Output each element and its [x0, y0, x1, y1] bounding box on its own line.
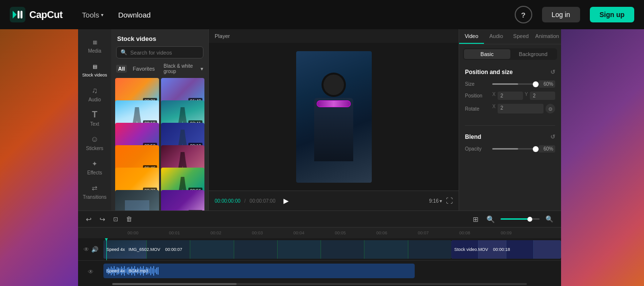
pos-y-label: Y [525, 92, 528, 100]
filter-dropdown-icon[interactable]: ▾ [201, 66, 203, 72]
fullscreen-button[interactable]: ⛶ [446, 197, 453, 205]
ruler-marks: 00:00 00:01 00:02 00:03 00:04 00:05 00:0… [78, 230, 527, 235]
zoom-slider[interactable] [501, 218, 540, 220]
position-xy: X 2 Y 2 [492, 92, 555, 100]
ruler-mark-2: 00:02 [195, 230, 237, 235]
stock-panel-title: Stock videos [111, 29, 208, 46]
split-button[interactable]: ⊡ [111, 215, 120, 224]
video-frame [296, 51, 372, 183]
svg-rect-2 [20, 11, 22, 19]
audio-clip[interactable]: Speed 4x BGM.mp3 [103, 264, 415, 278]
reset-blend-button[interactable]: ↺ [550, 133, 555, 140]
tab-audio[interactable]: Audio [484, 29, 509, 44]
video-thumb-11[interactable] [115, 190, 159, 210]
sidebar-item-label: Transitions [83, 194, 107, 200]
audio-track-eye-button[interactable]: 👁 [88, 268, 94, 275]
size-slider[interactable] [492, 83, 536, 85]
main-area: ▦ Media ▤ Stock videos ♫ Audio T Text ☺ [0, 29, 644, 286]
stock-video-clip[interactable]: Stock video.MOV 00:00:18 [451, 240, 561, 259]
audio-track-controls: 👁 [78, 268, 103, 275]
search-box[interactable]: 🔍 [116, 46, 203, 58]
opacity-label: Opacity [465, 146, 489, 152]
rotate-link-button[interactable]: ⊙ [545, 104, 555, 114]
undo-button[interactable]: ↩ [84, 214, 94, 224]
play-button[interactable]: ▶ [279, 194, 293, 208]
delete-button[interactable]: 🗑 [124, 214, 134, 224]
aspect-ratio-value: 9:16 [429, 198, 439, 204]
sidebar-item-media[interactable]: ▦ Media [80, 33, 109, 57]
opacity-value: 60% [539, 145, 555, 153]
props-tabs: Video Audio Speed Animation [459, 29, 561, 44]
stickers-icon: ☺ [90, 134, 100, 144]
redo-button[interactable]: ↪ [98, 214, 107, 224]
filter-all[interactable]: All [116, 65, 127, 73]
audio-waveform [106, 265, 412, 277]
nav-download-link[interactable]: Download [118, 11, 151, 19]
sidebar-item-stickers[interactable]: ☺ Stickers [80, 131, 109, 155]
gradient-bg-left [0, 29, 78, 286]
search-input[interactable] [130, 50, 199, 56]
video-clip-main[interactable]: Speed 4x IMG_6502.MOV 00:00:07 [103, 240, 451, 259]
properties-panel: Video Audio Speed Animation Basic Backgr… [459, 29, 561, 210]
timeline-ruler: 00:00 00:01 00:02 00:03 00:04 00:05 00:0… [78, 228, 561, 238]
timeline-tracks: 👁 🔊 [78, 238, 561, 282]
rotate-xy: X 2 ⊙ [492, 104, 555, 114]
sidebar: ▦ Media ▤ Stock videos ♫ Audio T Text ☺ [78, 29, 111, 210]
ruler-mark-7: 00:07 [402, 230, 444, 235]
sidebar-item-stock-videos[interactable]: ▤ Stock videos [80, 57, 109, 82]
search-icon: 🔍 [121, 49, 127, 56]
player-area: Player [209, 29, 459, 210]
sub-tab-background[interactable]: Background [510, 49, 557, 59]
ruler-mark-3: 00:03 [237, 230, 278, 235]
sidebar-item-audio[interactable]: ♫ Audio [80, 82, 109, 106]
sidebar-item-effects[interactable]: ✦ Effects [80, 155, 109, 179]
pos-x-value[interactable]: 2 [498, 92, 523, 100]
zoom-in-button[interactable]: 🔍 [543, 214, 555, 224]
logo-icon [10, 7, 25, 22]
reset-position-button[interactable]: ↺ [550, 69, 555, 76]
rotate-row: Rotate X 2 ⊙ [465, 104, 555, 114]
timeline-hscroll[interactable] [78, 282, 561, 286]
audio-clip-label: Speed 4x BGM.mp3 [103, 267, 151, 274]
video-track-audio-button[interactable]: 🔊 [91, 246, 99, 253]
pos-y-value[interactable]: 2 [530, 92, 555, 100]
filter-black-white[interactable]: Black & white group [161, 62, 198, 75]
video-thumb-12[interactable]: 00:52 [161, 190, 205, 210]
nav-tools-menu[interactable]: Tools ▾ [82, 11, 103, 19]
help-button[interactable]: ? [515, 6, 532, 23]
pos-x-label: X [492, 92, 496, 100]
opacity-slider[interactable] [492, 148, 536, 150]
tab-animation[interactable]: Animation [533, 29, 561, 44]
audio-track-content: Speed 4x BGM.mp3 [103, 261, 561, 282]
sidebar-item-label: Stickers [86, 146, 103, 151]
logo[interactable]: CapCut [10, 7, 62, 22]
sidebar-item-text[interactable]: T Text [80, 106, 109, 131]
tab-video[interactable]: Video [459, 29, 484, 44]
gradient-bg-right [561, 29, 644, 286]
filter-favorites[interactable]: Favorites [130, 65, 158, 73]
media-icon: ▦ [90, 37, 100, 47]
tools-chevron-icon: ▾ [101, 12, 103, 18]
sidebar-item-transitions[interactable]: ⇄ Transitions [80, 179, 109, 204]
zoom-out-button[interactable]: 🔍 [484, 214, 497, 224]
filter-row: All Favorites Black & white group ▾ [111, 62, 208, 78]
video-track-eye-button[interactable]: 👁 [83, 246, 89, 253]
ruler-mark-1: 00:01 [154, 230, 195, 235]
sub-tab-basic[interactable]: Basic [464, 49, 510, 59]
tab-speed[interactable]: Speed [508, 29, 533, 44]
aspect-ratio[interactable]: 9:16 ▾ [429, 198, 442, 204]
signup-button[interactable]: Sign up [590, 7, 634, 22]
login-button[interactable]: Log in [542, 7, 580, 22]
ruler-mark-9: 00:09 [485, 230, 527, 235]
sidebar-item-label: Audio [88, 97, 101, 102]
hscroll-track [112, 283, 527, 285]
fit-to-screen-button[interactable]: ⊞ [471, 214, 481, 224]
time-separator: / [244, 198, 246, 204]
rotate-x-value[interactable]: 2 [498, 104, 543, 114]
audio-icon: ♫ [90, 86, 100, 95]
svg-rect-1 [18, 11, 20, 19]
hscroll-thumb[interactable] [112, 283, 237, 285]
sidebar-item-label: Effects [87, 170, 102, 175]
player-header: Player [209, 29, 459, 43]
position-label: Position [465, 93, 489, 98]
